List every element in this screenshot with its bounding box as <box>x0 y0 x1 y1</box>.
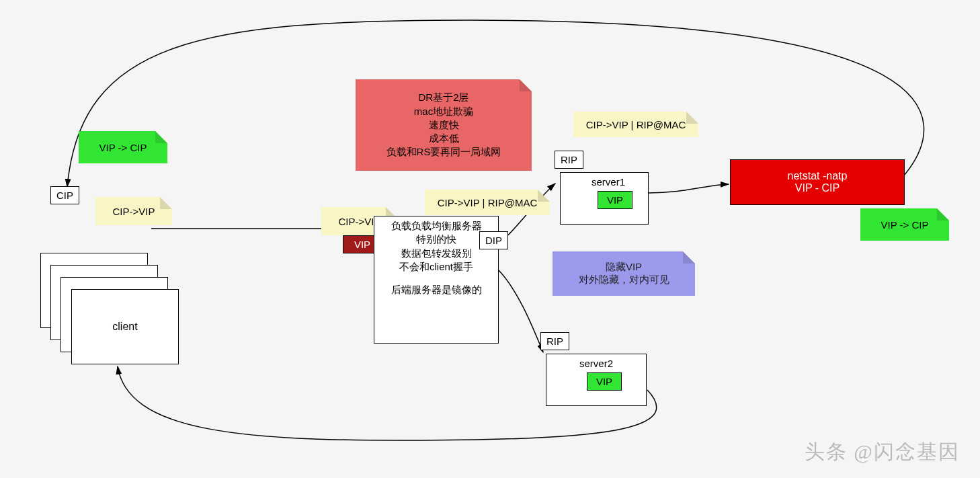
note-dr: DR基于2层 mac地址欺骗 速度快 成本低 负载和RS要再同一局域网 <box>356 79 532 171</box>
client-node: client <box>71 289 179 364</box>
label-dip: DIP <box>479 231 508 249</box>
netstat-box: netstat -natp VIP - CIP <box>730 159 905 205</box>
note-text: CIP->VIP | RIP@MAC <box>586 119 686 130</box>
server2-label: server2 <box>579 358 613 369</box>
load-balancer-text: 负载负载均衡服务器 特别的快 数据包转发级别 不会和client握手 后端服务器… <box>379 219 493 296</box>
label-vip-server2: VIP <box>587 372 622 391</box>
note-text: CIP->VIP | RIP@MAC <box>438 197 537 208</box>
watermark: 头条 @闪念基因 <box>805 438 960 466</box>
note-vip-to-cip-top: VIP -> CIP <box>79 131 167 163</box>
note-vip-to-cip-right: VIP -> CIP <box>860 208 949 241</box>
note-text: CIP->VIP <box>113 206 155 217</box>
label-cip: CIP <box>50 186 79 204</box>
label-rip-2: RIP <box>540 332 569 350</box>
label-rip-1: RIP <box>555 151 583 169</box>
note-cip-vip-rip-mac-lb: CIP->VIP | RIP@MAC <box>425 190 550 215</box>
note-text: VIP -> CIP <box>99 142 147 153</box>
note-cip-to-vip-client: CIP->VIP <box>95 197 172 225</box>
note-hidden-vip: 隐藏VIP 对外隐藏，对内可见 <box>553 251 695 296</box>
client-label: client <box>112 321 137 333</box>
label-vip-server1: VIP <box>598 191 632 209</box>
note-cip-vip-rip-mac-top: CIP->VIP | RIP@MAC <box>573 112 698 137</box>
server1-label: server1 <box>591 176 625 188</box>
note-text: VIP -> CIP <box>881 219 928 231</box>
